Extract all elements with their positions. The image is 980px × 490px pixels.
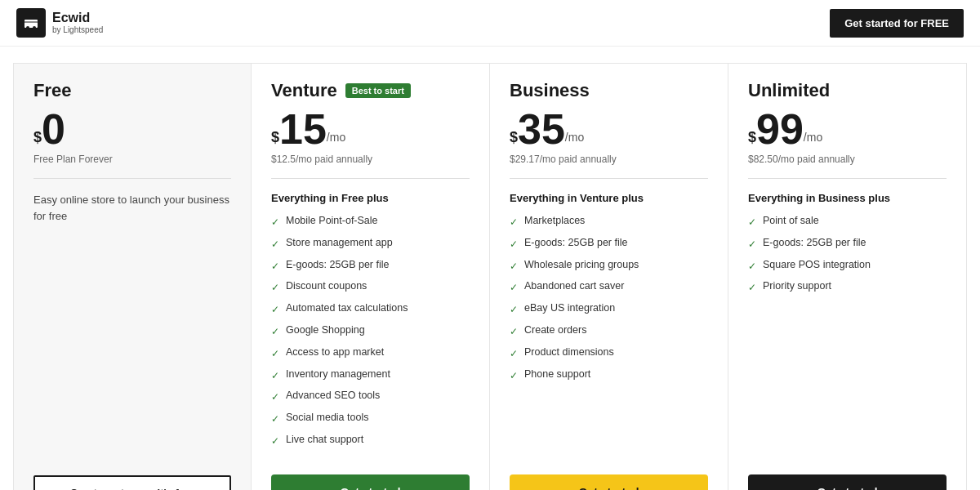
pricing-grid: Free$0Free Plan ForeverEasy online store… xyxy=(0,47,980,490)
plan-badge-venture: Best to start xyxy=(345,83,411,98)
site-header: Ecwid by Lightspeed Get started for FREE xyxy=(0,0,980,47)
plan-card-unlimited: Unlimited$99/mo$82.50/mo paid annuallyEv… xyxy=(728,63,967,490)
list-item: ✓Create orders xyxy=(510,323,708,339)
list-item: ✓Square POS integration xyxy=(748,258,947,274)
list-item: ✓Advanced SEO tools xyxy=(271,389,470,404)
price-row-free: $0 xyxy=(33,108,231,150)
feature-text: Mobile Point-of-Sale xyxy=(286,214,378,229)
list-item: ✓Mobile Point-of-Sale xyxy=(271,214,470,229)
feature-text: Create orders xyxy=(524,323,586,338)
list-item: ✓Abandoned cart saver xyxy=(510,279,708,295)
check-icon: ✓ xyxy=(271,390,279,404)
plan-name-unlimited: Unlimited xyxy=(748,80,830,101)
check-icon: ✓ xyxy=(748,216,756,229)
plan-name-venture: Venture xyxy=(271,80,337,101)
list-item: ✓eBay US integration xyxy=(510,301,708,317)
plan-card-business: Business$35/mo$29.17/mo paid annuallyEve… xyxy=(490,63,728,490)
feature-text: E-goods: 25GB per file xyxy=(763,236,866,251)
features-list-venture: ✓Mobile Point-of-Sale✓Store management a… xyxy=(271,214,470,455)
check-icon: ✓ xyxy=(271,216,279,229)
annual-note-venture: $12.5/mo paid annually xyxy=(271,154,470,179)
cta-button-unlimited[interactable]: Get started xyxy=(748,474,947,490)
feature-text: Square POS integration xyxy=(763,258,871,273)
feature-text: Automated tax calculations xyxy=(286,301,408,316)
plan-description-free: Easy online store to launch your busines… xyxy=(33,192,231,224)
check-icon: ✓ xyxy=(271,303,279,317)
check-icon: ✓ xyxy=(271,347,279,361)
feature-text: Product dimensions xyxy=(524,345,614,360)
list-item: ✓Marketplaces xyxy=(510,214,708,229)
includes-label-business: Everything in Venture plus xyxy=(510,192,708,204)
price-row-business: $35/mo xyxy=(510,108,708,150)
feature-text: Point of sale xyxy=(763,214,819,229)
check-icon: ✓ xyxy=(510,325,518,339)
plan-card-venture: VentureBest to start$15/mo$12.5/mo paid … xyxy=(252,63,490,490)
cta-button-free[interactable]: Create a store — it's free xyxy=(33,475,231,490)
annual-note-free: Free Plan Forever xyxy=(33,154,231,179)
feature-text: Advanced SEO tools xyxy=(286,389,380,403)
check-icon: ✓ xyxy=(271,434,279,448)
list-item: ✓Priority support xyxy=(748,279,947,295)
check-icon: ✓ xyxy=(510,260,518,274)
annual-note-business: $29.17/mo paid annually xyxy=(510,154,708,179)
check-icon: ✓ xyxy=(510,303,518,317)
feature-text: Discount coupons xyxy=(286,279,367,294)
check-icon: ✓ xyxy=(748,260,756,274)
currency-business: $ xyxy=(510,124,518,150)
check-icon: ✓ xyxy=(271,325,279,339)
plan-name-business: Business xyxy=(510,80,590,101)
plan-header-unlimited: Unlimited xyxy=(748,80,947,101)
logo-sub: by Lightspeed xyxy=(52,24,103,35)
list-item: ✓Automated tax calculations xyxy=(271,301,470,317)
plan-header-business: Business xyxy=(510,80,708,101)
plan-card-free: Free$0Free Plan ForeverEasy online store… xyxy=(13,63,252,490)
list-item: ✓Store management app xyxy=(271,236,470,252)
feature-text: Store management app xyxy=(286,236,393,251)
feature-text: Inventory management xyxy=(286,368,390,382)
list-item: ✓Access to app market xyxy=(271,345,470,361)
check-icon: ✓ xyxy=(271,281,279,295)
feature-text: eBay US integration xyxy=(524,301,615,316)
logo-name: Ecwid xyxy=(52,11,103,24)
check-icon: ✓ xyxy=(271,238,279,252)
logo-icon xyxy=(16,8,46,38)
feature-text: Marketplaces xyxy=(524,214,585,229)
price-period-business: /mo xyxy=(565,131,584,144)
plan-name-free: Free xyxy=(33,80,71,101)
list-item: ✓Discount coupons xyxy=(271,279,470,295)
feature-text: Priority support xyxy=(763,279,831,294)
list-item: ✓E-goods: 25GB per file xyxy=(510,236,708,252)
plan-header-venture: VentureBest to start xyxy=(271,80,470,101)
price-row-venture: $15/mo xyxy=(271,108,470,150)
cta-button-venture[interactable]: Get started xyxy=(271,474,470,490)
check-icon: ✓ xyxy=(748,281,756,295)
list-item: ✓Inventory management xyxy=(271,368,470,383)
price-amount-business: 35 xyxy=(518,108,565,150)
check-icon: ✓ xyxy=(510,216,518,229)
list-item: ✓Live chat support xyxy=(271,433,470,448)
svg-point-2 xyxy=(26,26,29,29)
header-cta-button[interactable]: Get started for FREE xyxy=(830,9,964,38)
feature-text: E-goods: 25GB per file xyxy=(524,236,627,251)
svg-point-3 xyxy=(33,26,36,29)
currency-venture: $ xyxy=(271,124,279,150)
feature-text: Live chat support xyxy=(286,433,363,448)
feature-text: Access to app market xyxy=(286,345,384,360)
list-item: ✓Google Shopping xyxy=(271,323,470,339)
list-item: ✓Point of sale xyxy=(748,214,947,229)
price-amount-venture: 15 xyxy=(279,108,327,150)
currency-free: $ xyxy=(33,124,42,150)
check-icon: ✓ xyxy=(510,238,518,252)
plan-header-free: Free xyxy=(33,80,231,101)
list-item: ✓E-goods: 25GB per file xyxy=(748,236,947,252)
cta-button-business[interactable]: Get started xyxy=(510,474,708,490)
check-icon: ✓ xyxy=(271,260,279,274)
feature-text: Wholesale pricing groups xyxy=(524,258,639,273)
check-icon: ✓ xyxy=(510,281,518,295)
feature-text: Abandoned cart saver xyxy=(524,279,624,294)
check-icon: ✓ xyxy=(748,238,756,252)
check-icon: ✓ xyxy=(271,369,279,383)
features-list-business: ✓Marketplaces✓E-goods: 25GB per file✓Who… xyxy=(510,214,708,455)
check-icon: ✓ xyxy=(510,347,518,361)
logo: Ecwid by Lightspeed xyxy=(16,8,103,38)
